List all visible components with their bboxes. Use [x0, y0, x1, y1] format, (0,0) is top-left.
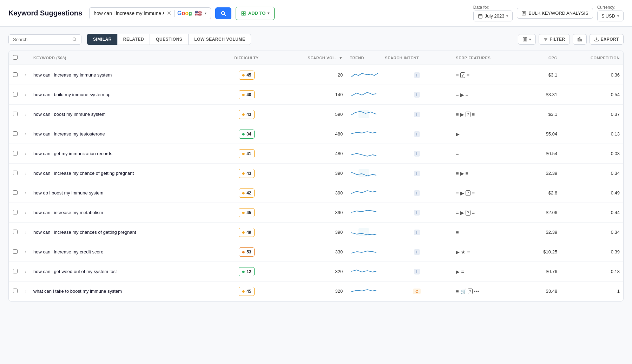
- serp-cell: ≡▶?≡: [452, 203, 525, 223]
- keyword-cell: how can i increase my credit score: [30, 242, 219, 262]
- row-checkbox[interactable]: [13, 269, 18, 273]
- expand-button[interactable]: ›: [25, 289, 26, 294]
- intent-cell: I: [381, 124, 452, 144]
- filter-button[interactable]: FILTER: [539, 34, 570, 45]
- expand-button[interactable]: ›: [25, 132, 26, 137]
- expand-button[interactable]: ›: [25, 73, 26, 78]
- col-difficulty: DIFFICULTY: [219, 51, 274, 65]
- divider: [174, 10, 175, 17]
- intent-badge: I: [414, 72, 420, 78]
- row-checkbox[interactable]: [13, 210, 18, 214]
- row-checkbox[interactable]: [13, 171, 18, 175]
- tab-low-search-volume[interactable]: LOW SEARCH VOLUME: [188, 34, 251, 45]
- difficulty-badge: ●42: [239, 188, 255, 198]
- difficulty-cell: ●49: [219, 223, 274, 242]
- row-checkbox[interactable]: [13, 190, 18, 195]
- expand-button[interactable]: ›: [25, 171, 26, 176]
- row-checkbox[interactable]: [13, 249, 18, 254]
- filter-search-input[interactable]: [13, 37, 69, 42]
- keyword-cell: how can i get my immunization records: [30, 144, 219, 164]
- intent-badge: I: [414, 210, 420, 216]
- table-header-row: KEYWORD (568) DIFFICULTY SEARCH VOL. ▼ T…: [9, 51, 623, 65]
- expand-button[interactable]: ›: [25, 191, 26, 196]
- row-checkbox[interactable]: [13, 112, 18, 116]
- cpc-cell: $2.06: [525, 203, 561, 223]
- expand-button[interactable]: ›: [25, 230, 26, 235]
- export-label: EXPORT: [601, 37, 619, 42]
- competition-cell: 0.37: [561, 105, 623, 124]
- intent-badge: I: [414, 131, 420, 137]
- row-checkbox[interactable]: [13, 289, 18, 293]
- expand-button[interactable]: ›: [25, 250, 26, 254]
- intent-cell: I: [381, 242, 452, 262]
- difficulty-cell: ●45: [219, 203, 274, 223]
- row-checkbox[interactable]: [13, 151, 18, 155]
- cpc-cell: $3.31: [525, 85, 561, 105]
- col-serp: SERP FEATURES: [452, 51, 525, 65]
- col-search-vol[interactable]: SEARCH VOL. ▼: [274, 51, 346, 65]
- content-toolbar: SIMILAR RELATED QUESTIONS LOW SEARCH VOL…: [8, 34, 624, 45]
- intent-cell: I: [381, 203, 452, 223]
- expand-button[interactable]: ›: [25, 269, 26, 274]
- tab-related[interactable]: RELATED: [117, 34, 150, 45]
- trend-cell: [346, 203, 381, 223]
- search-vol-cell: 390: [274, 183, 346, 203]
- intent-cell: I: [381, 85, 452, 105]
- serp-cell: ≡: [452, 144, 525, 164]
- intent-badge: I: [414, 230, 420, 235]
- serp-cell: ≡: [452, 223, 525, 242]
- clear-icon[interactable]: ✕: [167, 10, 171, 16]
- filter-search-box: [8, 34, 81, 45]
- row-checkbox[interactable]: [13, 92, 18, 97]
- intent-cell: C: [381, 282, 452, 301]
- difficulty-badge: ●45: [239, 71, 255, 80]
- cpc-cell: $0.76: [525, 262, 561, 282]
- difficulty-cell: ●45: [219, 65, 274, 85]
- search-vol-cell: 140: [274, 85, 346, 105]
- keyword-cell: how can i get weed out of my system fast: [30, 262, 219, 282]
- row-checkbox[interactable]: [13, 230, 18, 234]
- date-selector[interactable]: July 2023 ▾: [473, 11, 513, 21]
- difficulty-cell: ●53: [219, 242, 274, 262]
- expand-button[interactable]: ›: [25, 210, 26, 215]
- currency-label: Currency:: [597, 5, 624, 10]
- svg-rect-16: [579, 38, 580, 41]
- cpc-cell: $3.48: [525, 282, 561, 301]
- bulk-keyword-button[interactable]: BULK KEYWORD ANALYSIS: [517, 8, 593, 19]
- intent-cell: I: [381, 164, 452, 183]
- row-checkbox[interactable]: [13, 72, 18, 77]
- locale-chevron[interactable]: ▾: [205, 11, 206, 15]
- export-button[interactable]: EXPORT: [590, 34, 624, 45]
- col-competition: COMPETITION: [561, 51, 623, 65]
- cpc-cell: $0.54: [525, 144, 561, 164]
- tab-questions[interactable]: QUESTIONS: [150, 34, 188, 45]
- tab-similar[interactable]: SIMILAR: [87, 34, 117, 45]
- difficulty-badge: ●40: [239, 90, 255, 99]
- svg-line-9: [75, 40, 77, 41]
- chart-icon: [577, 37, 582, 42]
- currency-selector[interactable]: $ USD ▾: [597, 11, 624, 21]
- trend-cell: [346, 144, 381, 164]
- expand-button[interactable]: ›: [25, 151, 26, 156]
- intent-badge: I: [414, 151, 420, 157]
- add-to-button[interactable]: ⊞ ADD TO ▾: [236, 7, 275, 20]
- filter-search-icon: [72, 37, 77, 42]
- keyword-cell: how do i boost my immune system: [30, 183, 219, 203]
- expand-button[interactable]: ›: [25, 92, 26, 97]
- competition-cell: 0.03: [561, 144, 623, 164]
- table-row: › how can i build my immune system up ●4…: [9, 85, 623, 105]
- svg-point-8: [73, 38, 75, 40]
- competition-cell: 0.36: [561, 65, 623, 85]
- search-input[interactable]: [94, 11, 164, 16]
- intent-cell: I: [381, 183, 452, 203]
- expand-button[interactable]: ›: [25, 112, 26, 117]
- search-button[interactable]: [215, 7, 231, 19]
- columns-button[interactable]: ▾: [518, 34, 536, 45]
- chart-view-button[interactable]: [573, 34, 587, 45]
- difficulty-cell: ●45: [219, 282, 274, 301]
- competition-cell: 0.13: [561, 124, 623, 144]
- row-checkbox[interactable]: [13, 131, 18, 136]
- trend-cell: [346, 223, 381, 242]
- intent-badge: I: [414, 190, 420, 196]
- select-all-checkbox[interactable]: [13, 55, 18, 60]
